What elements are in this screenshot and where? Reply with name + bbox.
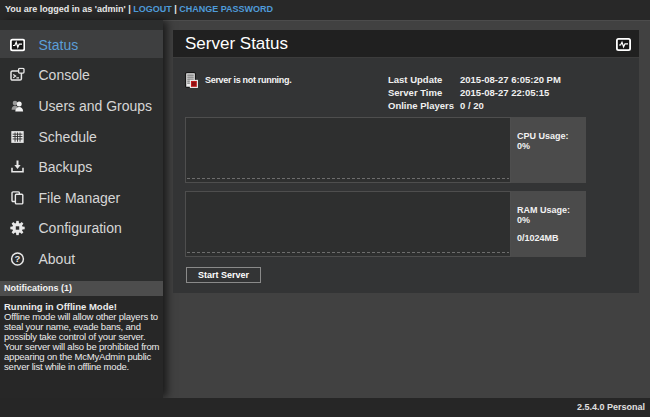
svg-text:?: ? [15, 253, 21, 264]
